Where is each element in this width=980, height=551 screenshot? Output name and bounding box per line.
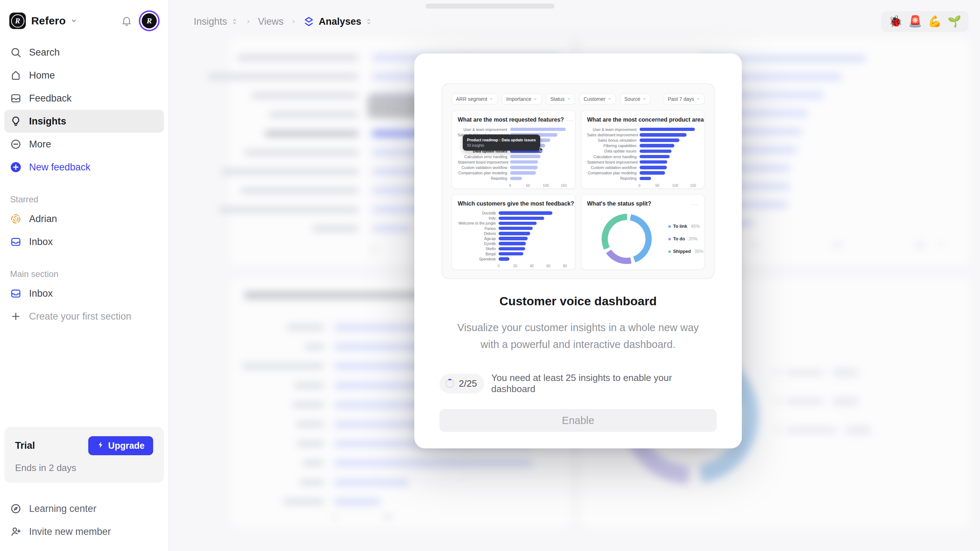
bar-chart: DoctolibIndyWelcome to the junglePartooD… <box>458 210 569 268</box>
progress-message: You need at least 25 insights to enable … <box>492 373 717 395</box>
sidebar-item-more[interactable]: More <box>4 133 164 156</box>
legend-dot <box>668 225 671 228</box>
target-icon <box>10 213 22 225</box>
filter-chip-importance[interactable]: Importance <box>502 94 542 104</box>
breadcrumb: InsightsViewsAnalyses <box>194 16 373 27</box>
sidebar-sections: StarredAdrianInboxMain sectionInbox <box>0 178 168 305</box>
axis-tick: 0 <box>509 184 511 188</box>
enable-button[interactable]: Enable <box>439 409 717 432</box>
axis-tick: 0 <box>498 264 500 268</box>
chart-title: What are the most requested features? <box>458 116 564 123</box>
home-icon <box>10 70 22 81</box>
sort-icon[interactable] <box>231 18 239 25</box>
bar <box>510 155 541 159</box>
preview-filter-row: ARR segmentImportanceStatusCustomerSourc… <box>452 93 705 105</box>
filter-chip-arr-segment[interactable]: ARR segment <box>452 94 498 104</box>
emoji-1f331: 🌱 <box>947 15 961 28</box>
donut-chart: To link45%To do20%Shipped35% <box>587 212 699 266</box>
chart-row: Partoo <box>458 226 569 231</box>
footer-item-label: Invite new member <box>29 526 111 537</box>
bar <box>640 139 680 142</box>
sidebar-item-insights[interactable]: Insights <box>4 110 164 133</box>
search-icon <box>10 47 22 58</box>
chart-title: What's the status split? <box>587 201 651 207</box>
chart-row: Reporting <box>587 176 699 181</box>
legend-dot <box>668 238 671 240</box>
notifications-bell-icon[interactable] <box>121 15 132 27</box>
bar-track <box>640 160 699 164</box>
chart-row: Sales bonus simulation <box>587 137 699 143</box>
footer-item-invite-new-member[interactable]: Invite new member <box>4 520 164 543</box>
sidebar-item-adrian[interactable]: Adrian <box>4 207 164 230</box>
bar-track <box>499 257 569 261</box>
trial-title: Trial <box>15 440 35 451</box>
chart-row: Filtering capabilities <box>587 143 699 148</box>
footer-item-label: Learning center <box>29 503 97 514</box>
workspace-name[interactable]: Refero <box>31 15 66 27</box>
workspace-logo[interactable]: R <box>10 13 26 29</box>
inbox-icon <box>10 236 22 247</box>
filter-chip-label: Customer <box>584 96 606 102</box>
bar <box>640 177 651 180</box>
breadcrumb-label: Analyses <box>319 16 361 27</box>
user-avatar[interactable]: R <box>142 13 157 28</box>
chevron-down-icon <box>643 96 646 102</box>
workspace-logo-letter: R <box>11 14 24 28</box>
breadcrumb-insights[interactable]: Insights <box>194 16 239 27</box>
filter-chip-date-range[interactable]: Past 7 days <box>663 94 705 104</box>
bar-label: Calculation error handling <box>458 154 507 159</box>
legend-label: To link <box>673 224 687 229</box>
modal-description: Visualize your customer insights in a wh… <box>456 319 700 353</box>
bar <box>640 150 672 153</box>
card-menu-icon[interactable]: ··· <box>692 201 699 207</box>
bar <box>499 217 544 220</box>
breadcrumb-analyses[interactable]: Analyses <box>303 16 373 27</box>
bar-track <box>499 247 569 251</box>
sidebar-item-search[interactable]: Search <box>4 41 164 64</box>
bar <box>510 128 566 131</box>
sidebar-item-home[interactable]: Home <box>4 64 164 87</box>
emoji-status-pill[interactable]: 🐞🚨💪🌱 <box>881 11 969 32</box>
chart-row: Statement board improvement <box>458 159 569 165</box>
layers-icon <box>303 16 315 27</box>
breadcrumb-views[interactable]: Views <box>258 16 284 27</box>
footer-item-learning-center[interactable]: Learning center <box>4 497 164 520</box>
chevron-down-icon <box>533 96 537 102</box>
chart-card-customers-feedback: Which customers give the most feedback?P… <box>452 194 575 270</box>
sidebar-item-feedback[interactable]: Feedback <box>4 87 164 110</box>
legend-item-to-link: To link45% <box>668 224 703 229</box>
bar-track <box>510 155 569 159</box>
chart-tooltip: Product roadmap : Data update issues93 i… <box>463 135 540 151</box>
sidebar-item-label: Search <box>29 47 60 58</box>
sidebar-item-new-feedback[interactable]: New feedback <box>4 156 164 178</box>
bar-track <box>499 222 569 225</box>
sidebar-item-label: Insights <box>29 116 66 127</box>
trial-note: Ends in 2 days <box>15 462 153 473</box>
feedback-icon <box>10 92 22 104</box>
sidebar: R Refero R SearchHomeFeedbackInsightsMor… <box>0 0 169 551</box>
bar <box>499 222 537 225</box>
filter-chip-customer[interactable]: Customer <box>579 94 616 104</box>
bar-track <box>640 139 699 142</box>
filter-chip-source[interactable]: Source <box>620 94 651 104</box>
sidebar-item-label: Inbox <box>29 288 53 299</box>
chart-row: Gymlib <box>458 241 569 246</box>
upgrade-button[interactable]: Upgrade <box>88 436 153 455</box>
bar-label: Doctolib <box>458 211 496 215</box>
progress-ring-icon <box>444 378 455 389</box>
sidebar-item-inbox[interactable]: Inbox <box>4 282 164 305</box>
filter-chip-status[interactable]: Status <box>546 94 575 104</box>
chevron-down-icon <box>489 96 493 102</box>
sidebar-item-label: Home <box>29 70 55 81</box>
bar-label: Reporting <box>458 176 507 180</box>
sort-icon[interactable] <box>365 18 373 25</box>
card-menu-icon[interactable]: ··· <box>567 117 574 123</box>
bar-track <box>510 160 569 164</box>
bar-track <box>640 150 699 153</box>
sidebar-item-inbox[interactable]: Inbox <box>4 230 164 253</box>
chevron-down-icon[interactable] <box>69 16 78 25</box>
chart-row: Doctolib <box>458 210 569 216</box>
compass-icon <box>10 503 22 514</box>
section-label-main-section: Main section <box>0 269 168 279</box>
create-section-button[interactable]: Create your first section <box>4 305 164 328</box>
